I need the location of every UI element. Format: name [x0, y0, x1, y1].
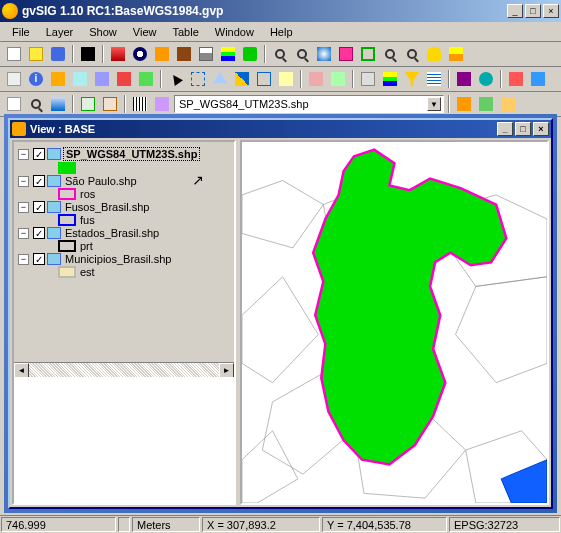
tree-collapse-button[interactable]: −	[18, 228, 29, 239]
active-layer-input[interactable]	[177, 97, 427, 111]
zoom-next-button[interactable]	[402, 44, 422, 64]
layer-name-label[interactable]: Estados_Brasil.shp	[63, 227, 161, 239]
layer-name-label[interactable]: SP_WGS84_UTM23S.shp	[63, 147, 200, 161]
tbtn[interactable]	[92, 69, 112, 89]
tbtn[interactable]	[4, 94, 24, 114]
view-titlebar[interactable]: View : BASE _ □ ×	[10, 120, 551, 138]
show-console-button[interactable]	[78, 44, 98, 64]
filter-button[interactable]	[402, 69, 422, 89]
layer-visibility-checkbox[interactable]: ✓	[33, 227, 45, 239]
menu-show[interactable]: Show	[81, 24, 125, 40]
layer-row[interactable]: −✓Fusos_Brasil.shp	[18, 200, 230, 214]
tbtn[interactable]	[358, 69, 378, 89]
layer-visibility-checkbox[interactable]: ✓	[33, 201, 45, 213]
tree-collapse-button[interactable]: −	[18, 176, 29, 187]
select-poly-button[interactable]	[210, 69, 230, 89]
map-canvas[interactable]	[240, 140, 549, 505]
add-layer-button[interactable]	[446, 44, 466, 64]
select-pointer-button[interactable]	[166, 69, 186, 89]
tbtn[interactable]	[476, 69, 496, 89]
menu-window[interactable]: Window	[207, 24, 262, 40]
tbtn[interactable]	[380, 69, 400, 89]
layer-row[interactable]: −✓SP_WGS84_UTM23S.shp	[18, 146, 230, 162]
menu-view[interactable]: View	[125, 24, 165, 40]
tbtn[interactable]	[108, 44, 128, 64]
tbtn[interactable]	[306, 69, 326, 89]
zoom-out-button[interactable]	[292, 44, 312, 64]
measure-dist-button[interactable]	[48, 69, 68, 89]
zoom-prev-button[interactable]	[380, 44, 400, 64]
tbtn[interactable]	[506, 69, 526, 89]
tbtn[interactable]	[4, 69, 24, 89]
layer-name-label[interactable]: Fusos_Brasil.shp	[63, 201, 151, 213]
save-project-button[interactable]	[48, 44, 68, 64]
combo-dropdown-button[interactable]: ▼	[427, 97, 441, 111]
tbtn[interactable]	[528, 69, 548, 89]
measure-area-button[interactable]	[70, 69, 90, 89]
print-button[interactable]	[196, 44, 216, 64]
tbtn[interactable]	[218, 44, 238, 64]
layer-row[interactable]: −✓Municipios_Brasil.shp	[18, 252, 230, 266]
tbtn[interactable]	[454, 94, 474, 114]
menu-help[interactable]: Help	[262, 24, 301, 40]
tbtn[interactable]	[454, 69, 474, 89]
doc-icon	[7, 72, 21, 86]
table-icon	[427, 72, 441, 86]
layer-visibility-checkbox[interactable]: ✓	[33, 175, 45, 187]
info-button[interactable]: i	[26, 69, 46, 89]
tbtn[interactable]	[152, 94, 172, 114]
pan-button[interactable]	[424, 44, 444, 64]
layer-row[interactable]: −✓Estados_Brasil.shp	[18, 226, 230, 240]
select-rect-button[interactable]	[188, 69, 208, 89]
close-button[interactable]: ×	[543, 4, 559, 18]
tbtn[interactable]	[130, 94, 150, 114]
open-project-button[interactable]	[26, 44, 46, 64]
toc-hscrollbar[interactable]: ◄ ►	[14, 362, 234, 377]
zoom-in-button[interactable]	[270, 44, 290, 64]
tbtn[interactable]	[276, 69, 296, 89]
tbtn[interactable]	[136, 69, 156, 89]
active-layer-combo[interactable]: ▼	[174, 95, 444, 113]
menu-file[interactable]: File	[4, 24, 38, 40]
minimize-button[interactable]: _	[507, 4, 523, 18]
tbtn[interactable]	[328, 69, 348, 89]
tbtn[interactable]	[130, 44, 150, 64]
tbtn[interactable]	[100, 94, 120, 114]
tbtn[interactable]	[114, 69, 134, 89]
layer-visibility-checkbox[interactable]: ✓	[33, 253, 45, 265]
zoom-selection-button[interactable]	[358, 44, 378, 64]
tree-collapse-button[interactable]: −	[18, 149, 29, 160]
tbtn[interactable]	[498, 94, 518, 114]
table-button[interactable]	[424, 69, 444, 89]
tbtn[interactable]	[336, 44, 356, 64]
view-close-button[interactable]: ×	[533, 122, 549, 136]
tbtn[interactable]	[476, 94, 496, 114]
layer-name-label[interactable]: São Paulo.shp	[63, 175, 139, 187]
tbtn[interactable]	[48, 94, 68, 114]
layer-name-label[interactable]: Municipios_Brasil.shp	[63, 253, 173, 265]
view-minimize-button[interactable]: _	[497, 122, 513, 136]
tbtn[interactable]	[240, 44, 260, 64]
layer-row[interactable]: −✓São Paulo.shp	[18, 174, 230, 188]
tree-collapse-button[interactable]: −	[18, 254, 29, 265]
new-project-button[interactable]	[4, 44, 24, 64]
view-maximize-button[interactable]: □	[515, 122, 531, 136]
layer-legend-row: ros	[18, 188, 230, 200]
tool-icon	[457, 72, 471, 86]
scroll-right-button[interactable]: ►	[219, 363, 234, 378]
menu-layer[interactable]: Layer	[38, 24, 82, 40]
tree-collapse-button[interactable]: −	[18, 202, 29, 213]
menu-table[interactable]: Table	[164, 24, 206, 40]
tbtn[interactable]	[174, 44, 194, 64]
maximize-button[interactable]: □	[525, 4, 541, 18]
select-clear-button[interactable]	[254, 69, 274, 89]
layer-tree[interactable]: −✓SP_WGS84_UTM23S.shp↖−✓São Paulo.shpros…	[14, 142, 234, 362]
zoom-full-button[interactable]	[314, 44, 334, 64]
locator-button[interactable]	[26, 94, 46, 114]
select-invert-button[interactable]	[232, 69, 252, 89]
scroll-track[interactable]	[29, 363, 219, 377]
tbtn[interactable]	[152, 44, 172, 64]
scroll-left-button[interactable]: ◄	[14, 363, 29, 378]
layer-visibility-checkbox[interactable]: ✓	[33, 148, 45, 160]
tbtn[interactable]	[78, 94, 98, 114]
